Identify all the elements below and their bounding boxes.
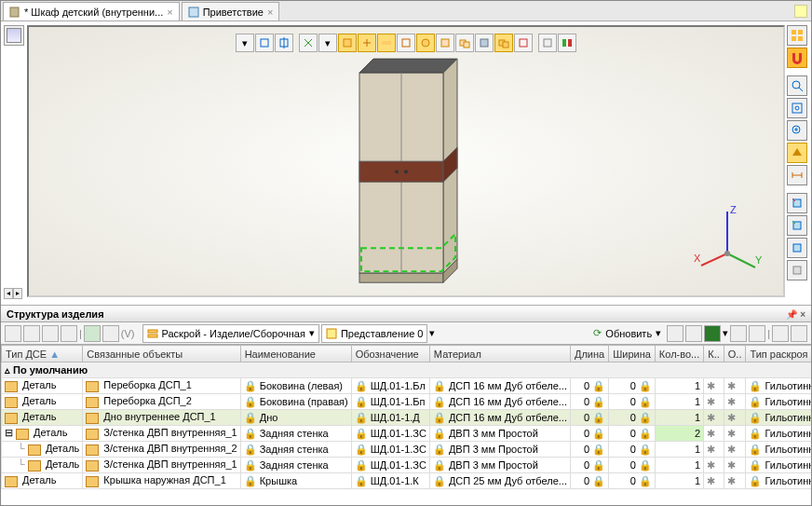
- refresh-button[interactable]: ⟳ Обновить ▾: [589, 324, 665, 343]
- 3d-viewport[interactable]: ▾ ▾: [27, 25, 785, 297]
- col-qty[interactable]: Кол-во...: [655, 346, 703, 362]
- rt-dim-icon[interactable]: [787, 165, 807, 185]
- table-row[interactable]: Деталь Крышка наружная ДСП_1🔒 Крышка🔒 ШД…: [2, 473, 812, 489]
- col-o[interactable]: О..: [724, 346, 746, 362]
- st-btn[interactable]: [749, 325, 765, 342]
- svg-point-38: [724, 251, 730, 256]
- rt-magnet-icon[interactable]: [787, 48, 807, 68]
- svg-rect-41: [792, 36, 796, 41]
- svg-line-34: [727, 253, 755, 267]
- svg-line-44: [799, 88, 803, 91]
- tab-active[interactable]: * Шкаф детский (внутренни... ×: [3, 2, 180, 21]
- st-btn[interactable]: [5, 325, 21, 342]
- svg-point-46: [795, 106, 799, 110]
- table-row[interactable]: Деталь Дно внутреннее ДСП_1🔒 Дно🔒 ШД.01-…: [2, 410, 812, 426]
- tree-toggle-button[interactable]: [4, 25, 24, 46]
- group-row[interactable]: ▵ По умолчанию: [2, 362, 812, 378]
- vt-btn[interactable]: [299, 34, 318, 52]
- col-rel[interactable]: Связанные объекты: [83, 346, 240, 362]
- viewport-area: ◂ ▸ ▾ ▾: [1, 21, 811, 306]
- st-btn[interactable]: [791, 325, 807, 342]
- table-row[interactable]: └ Деталь З/стенка ДВП внутренняя_1🔒 Задн…: [2, 458, 812, 473]
- svg-rect-19: [562, 39, 566, 47]
- svg-rect-39: [792, 30, 796, 34]
- st-btn[interactable]: [772, 325, 789, 342]
- rt-view-icon[interactable]: [787, 143, 807, 163]
- col-code[interactable]: Обозначение: [351, 346, 429, 362]
- raskroy-label: Раскрой - Изделие/Сборочная: [162, 328, 305, 339]
- close-icon[interactable]: ×: [267, 7, 273, 18]
- svg-line-36: [701, 253, 727, 266]
- table-row[interactable]: Деталь Полка ДСП_1🔒 Полка🔒 ШД.01-1.П🔒 ДС…: [2, 489, 812, 490]
- vt-btn[interactable]: [538, 34, 557, 52]
- tabs-alert-icon[interactable]: [794, 5, 807, 18]
- scroll-right-icon[interactable]: ▸: [13, 288, 22, 299]
- vt-btn[interactable]: [558, 34, 576, 52]
- rt-cube4-icon[interactable]: [787, 260, 807, 280]
- svg-rect-16: [503, 42, 508, 48]
- rt-cube1-icon[interactable]: [787, 193, 807, 213]
- vt-btn[interactable]: ▾: [318, 34, 337, 52]
- st-btn[interactable]: [42, 325, 59, 342]
- col-wid[interactable]: Ширина: [609, 346, 656, 362]
- view-dropdown[interactable]: Представление 0: [321, 324, 428, 343]
- col-len[interactable]: Длина: [570, 346, 608, 362]
- svg-text:Y: Y: [755, 254, 763, 266]
- panel-title-bar: Структура изделия 📌 ×: [1, 306, 811, 322]
- table-row[interactable]: Деталь Переборка ДСП_2🔒 Боковина (правая…: [2, 394, 812, 410]
- st-btn[interactable]: [102, 325, 119, 342]
- svg-rect-0: [10, 7, 19, 17]
- vt-btn[interactable]: [255, 34, 274, 52]
- rt-cube2-icon[interactable]: [787, 215, 807, 236]
- svg-rect-20: [568, 39, 572, 47]
- vt-btn[interactable]: [475, 34, 494, 52]
- svg-text:X: X: [694, 253, 701, 264]
- svg-rect-58: [148, 330, 157, 333]
- rt-zoom-icon[interactable]: [787, 75, 807, 96]
- left-toolbar: [4, 25, 24, 48]
- svg-marker-50: [792, 148, 802, 156]
- close-icon[interactable]: ×: [167, 7, 172, 18]
- table-row[interactable]: Деталь Переборка ДСП_1🔒 Боковина (левая)…: [2, 378, 812, 394]
- structure-grid[interactable]: Тип ДСЕ ▲ Связанные объекты Наименование…: [1, 345, 811, 489]
- grid-header: Тип ДСЕ ▲ Связанные объекты Наименование…: [2, 346, 812, 362]
- svg-rect-42: [798, 36, 803, 41]
- axes-gizmo[interactable]: Z Y X: [690, 202, 765, 277]
- col-cut[interactable]: Тип раскроя: [746, 346, 811, 362]
- vt-btn[interactable]: ▾: [236, 34, 254, 52]
- st-btn[interactable]: [23, 325, 40, 342]
- table-row[interactable]: └ Деталь З/стенка ДВП внутренняя_2🔒 Задн…: [2, 442, 812, 458]
- vt-btn[interactable]: [514, 34, 533, 52]
- vt-btn[interactable]: [494, 34, 513, 52]
- svg-rect-25: [359, 161, 443, 182]
- 3d-model[interactable]: [341, 45, 471, 287]
- table-row[interactable]: ⊟ Деталь З/стенка ДВП внутренняя_1🔒 Задн…: [2, 426, 812, 442]
- st-btn[interactable]: [61, 325, 77, 342]
- raskroy-dropdown[interactable]: Раскрой - Изделие/Сборочная ▾: [142, 324, 319, 343]
- svg-rect-56: [793, 244, 801, 252]
- scroll-left-icon[interactable]: ◂: [4, 288, 13, 299]
- st-excel-icon[interactable]: [704, 325, 721, 342]
- tab-label: * Шкаф детский (внутренни...: [24, 7, 163, 18]
- col-type[interactable]: Тип ДСЕ ▲: [2, 346, 83, 362]
- vt-btn[interactable]: [275, 34, 293, 52]
- tab-label: Приветствие: [203, 7, 264, 18]
- st-btn[interactable]: [84, 325, 101, 342]
- col-name[interactable]: Наименование: [240, 346, 351, 362]
- pin-icon[interactable]: 📌 ×: [786, 309, 805, 320]
- rt-zoomfit-icon[interactable]: [787, 98, 807, 118]
- svg-rect-14: [480, 39, 488, 47]
- svg-rect-17: [520, 39, 527, 47]
- st-btn[interactable]: [730, 325, 747, 342]
- rt-cube3-icon[interactable]: [787, 238, 807, 258]
- svg-point-28: [404, 170, 408, 173]
- rt-grid-icon[interactable]: [787, 25, 807, 46]
- svg-point-27: [395, 170, 399, 173]
- svg-rect-18: [544, 39, 551, 47]
- tab-welcome[interactable]: Приветствие ×: [182, 2, 280, 21]
- col-mat[interactable]: Материал: [429, 346, 570, 362]
- rt-zoomwin-icon[interactable]: [787, 120, 807, 141]
- st-btn[interactable]: [685, 325, 702, 342]
- st-btn[interactable]: [667, 325, 683, 342]
- col-k[interactable]: К..: [704, 346, 724, 362]
